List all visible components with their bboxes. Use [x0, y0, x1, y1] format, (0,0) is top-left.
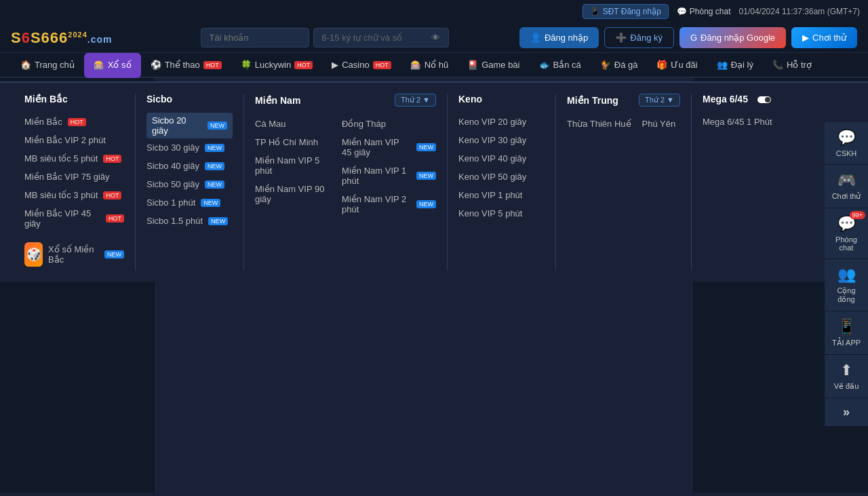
- float-ve-dau[interactable]: ⬆ Về đầu: [825, 355, 868, 398]
- float-cskh[interactable]: 💬 CSKH: [825, 122, 868, 165]
- mien-trung-title: Miền Trung Thứ 2 ▼: [567, 94, 680, 107]
- search-area: 6-15 ký tự chữ và số 👁: [201, 28, 449, 47]
- mb-xoso-item[interactable]: 🎲 Xổ số Miền Bắc NEW: [24, 238, 124, 271]
- mn-item-3[interactable]: Miền Nam VIP 5 phút: [255, 151, 328, 180]
- mega-col: Mega 6/45 Mega 6/45 1 Phút: [692, 94, 787, 271]
- fish-icon: 🐟: [539, 60, 550, 70]
- float-cong-dong[interactable]: 👥 Cộng đồng: [825, 259, 868, 311]
- nav-casino[interactable]: ▶ Casino HOT: [322, 53, 400, 78]
- nav-the-thao[interactable]: ⚽ Thể thao HOT: [141, 53, 231, 78]
- mega-item-1[interactable]: Mega 6/45 1 Phút: [703, 113, 776, 131]
- hot-badge-sports: HOT: [203, 61, 222, 69]
- login-icon: 👤: [530, 33, 541, 43]
- mt-item-1[interactable]: Thừa Thiên Huế: [567, 115, 631, 133]
- mien-nam-cols: Cà Mau TP Hồ Chí Minh Miền Nam VIP 5 phú…: [255, 115, 436, 218]
- nav-trang-chu[interactable]: 🏠 Trang chủ: [11, 53, 84, 78]
- nav-dai-ly[interactable]: 👥 Đại lý: [707, 53, 763, 78]
- sicbo-item-6[interactable]: Sicbo 1.5 phút NEW: [146, 212, 233, 230]
- keno-item-2[interactable]: Keno VIP 30 giây: [458, 131, 545, 149]
- hot-badge-3: HOT: [103, 191, 121, 199]
- mien-trung-items: Thừa Thiên Huế Phú Yên: [567, 115, 680, 133]
- phone-login-btn[interactable]: 📱 SĐT Đăng nhập: [583, 4, 669, 19]
- mb-item-3[interactable]: MB siêu tốc 5 phút HOT: [24, 149, 124, 168]
- mn-item-2[interactable]: TP Hồ Chí Minh: [255, 133, 328, 151]
- mb-item-1[interactable]: Miền Bắc HOT: [24, 113, 124, 131]
- thu2-button-trung[interactable]: Thứ 2 ▼: [639, 94, 680, 107]
- cards-icon: 🎴: [467, 60, 478, 70]
- mn-item-6[interactable]: Miền Nam VIP 45 giây NEW: [342, 133, 436, 161]
- community-icon: 👥: [837, 266, 856, 284]
- new-badge-5: NEW: [201, 199, 220, 207]
- sicbo-col: Sicbo Sicbo 20 giây NEW Sicbo 30 giây NE…: [136, 94, 244, 271]
- sicbo-item-4[interactable]: Sicbo 50 giây NEW: [146, 175, 233, 193]
- float-choi-thu[interactable]: 🎮 Chơi thử: [825, 165, 868, 208]
- top-bar: 📱 SĐT Đăng nhập 💬 Phòng chat 01/04/2024 …: [0, 0, 868, 23]
- float-tai-app[interactable]: 📱 TẢI APP: [825, 311, 868, 355]
- sicbo-item-2[interactable]: Sicbo 30 giây NEW: [146, 138, 233, 157]
- keno-item-3[interactable]: Keno VIP 40 giây: [458, 149, 545, 168]
- nav-ban-ca[interactable]: 🐟 Bắn cá: [530, 53, 591, 78]
- eye-icon[interactable]: 👁: [431, 33, 440, 43]
- nav-ho-tro[interactable]: 📞 Hỗ trợ: [763, 53, 821, 78]
- keno-title: Keno: [458, 94, 545, 104]
- chat-link[interactable]: 💬 Phòng chat: [677, 7, 731, 16]
- mb-item-6[interactable]: Miền Bắc VIP 45 giây HOT: [24, 204, 124, 233]
- hot-badge-2: HOT: [103, 155, 121, 163]
- new-badge-mn3: NEW: [416, 200, 436, 208]
- mb-item-4[interactable]: Miền Bắc VIP 75 giây: [24, 168, 124, 186]
- datetime-display: 01/04/2024 11:37:36am (GMT+7): [739, 7, 860, 16]
- nav-no-hu[interactable]: 🎰 Nổ hũ: [401, 53, 458, 78]
- sicbo-item-1[interactable]: Sicbo 20 giây NEW: [146, 113, 233, 138]
- nav-luckywin[interactable]: 🍀 Luckywin HOT: [231, 53, 322, 78]
- nav-uu-dai[interactable]: 🎁 Ưu đãi: [647, 53, 707, 78]
- keno-item-4[interactable]: Keno VIP 50 giây: [458, 168, 545, 186]
- mien-nam-col2: Đồng Tháp Miền Nam VIP 45 giây NEW Miền …: [342, 115, 436, 218]
- chat-icon: 💬: [677, 7, 687, 16]
- keno-item-1[interactable]: Keno VIP 20 giây: [458, 113, 545, 131]
- thu2-button-nam[interactable]: Thứ 2 ▼: [395, 94, 436, 107]
- float-expand[interactable]: »: [825, 398, 868, 427]
- keno-item-6[interactable]: Keno VIP 5 phút: [458, 204, 545, 223]
- nav-xo-so[interactable]: 🎰 Xổ số: [84, 53, 141, 78]
- float-phong-chat[interactable]: 💬 Phòng chat 99+: [825, 208, 868, 259]
- new-badge-1: NEW: [208, 121, 227, 130]
- mb-item-2[interactable]: Miền Bắc VIP 2 phút: [24, 131, 124, 149]
- mega-toggle: [757, 94, 771, 104]
- home-icon: 🏠: [20, 60, 31, 70]
- mb-item-5[interactable]: MB siêu tốc 3 phút HOT: [24, 186, 124, 204]
- google-login-button[interactable]: G Đăng nhập Google: [679, 27, 786, 48]
- play-try-button[interactable]: ▶ Chơi thử: [791, 27, 857, 48]
- casino-icon: ▶: [332, 60, 338, 70]
- nav-game-bai[interactable]: 🎴 Game bài: [458, 53, 529, 78]
- hot-badge-4: HOT: [106, 214, 124, 223]
- keno-col: Keno Keno VIP 20 giây Keno VIP 30 giây K…: [448, 94, 556, 271]
- support-icon: 📞: [772, 60, 783, 70]
- sicbo-item-5[interactable]: Sicbo 1 phút NEW: [146, 193, 233, 212]
- register-button[interactable]: ➕ Đăng ký: [604, 27, 674, 48]
- login-button[interactable]: 👤 Đăng nhập: [519, 27, 599, 48]
- mn-item-8[interactable]: Miền Nam VIP 2 phút NEW: [342, 190, 436, 218]
- mn-item-1[interactable]: Cà Mau: [255, 115, 328, 133]
- mien-nam-col: Miền Nam Thứ 2 ▼ Cà Mau TP Hồ Chí Minh M…: [244, 94, 448, 271]
- game-icon: 🎮: [837, 172, 856, 189]
- mien-bac-title: Miền Bắc: [24, 94, 124, 104]
- header: S6S6662024.com 6-15 ký tự chữ và số 👁 👤 …: [0, 23, 868, 53]
- mt-item-2[interactable]: Phú Yên: [642, 115, 676, 133]
- chat-badge: 99+: [850, 211, 865, 219]
- new-badge-xoso: NEW: [104, 250, 124, 259]
- new-badge-mn2: NEW: [416, 172, 436, 180]
- mn-item-4[interactable]: Miền Nam VIP 90 giây: [255, 180, 328, 208]
- account-input[interactable]: [201, 28, 309, 47]
- mn-item-7[interactable]: Miền Nam VIP 1 phút NEW: [342, 161, 436, 190]
- hot-badge: HOT: [68, 118, 86, 126]
- new-badge-3: NEW: [205, 162, 224, 170]
- sports-icon: ⚽: [151, 60, 161, 70]
- hot-badge-lucky: HOT: [294, 61, 313, 69]
- nav-da-ga[interactable]: 🐓 Đá gà: [591, 53, 648, 78]
- mien-trung-col: Miền Trung Thứ 2 ▼ Thừa Thiên Huế Phú Yê…: [556, 94, 692, 271]
- mega-title: Mega 6/45: [703, 94, 776, 104]
- keno-item-5[interactable]: Keno VIP 1 phút: [458, 186, 545, 204]
- mn-item-5[interactable]: Đồng Tháp: [342, 115, 436, 133]
- sicbo-item-3[interactable]: Sicbo 40 giây NEW: [146, 157, 233, 175]
- new-badge-2: NEW: [205, 144, 224, 152]
